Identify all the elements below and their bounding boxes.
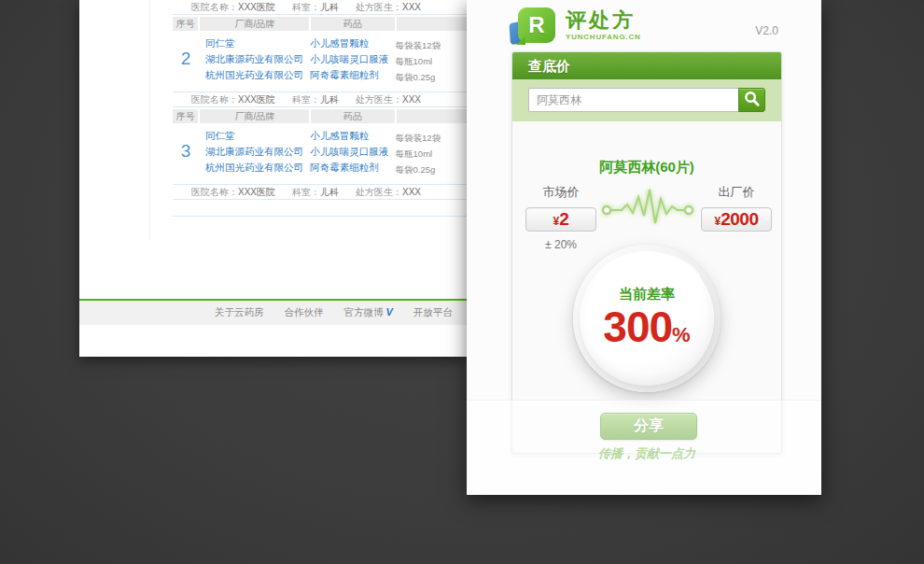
market-price-group: 市场价 ¥2 ± 20%: [525, 184, 596, 251]
hospital-label: 医院名称：: [191, 94, 238, 105]
doctor-value: XXX: [402, 94, 421, 105]
search-icon: [743, 90, 761, 110]
brand-link[interactable]: 湖北康源药业有限公司: [205, 144, 310, 160]
table-header-row: 序号 厂商/品牌 药品: [173, 109, 467, 123]
doctor-value: XXX: [402, 2, 421, 12]
gauge-label: 当前差率: [573, 286, 721, 303]
hospital-label: 医院名称：: [191, 2, 238, 12]
brand-link[interactable]: 同仁堂: [205, 35, 310, 51]
hospital-info-row: 医院名称：XXX医院 科室：儿科 处方医生：XXX: [173, 185, 467, 200]
table-row: 2 同仁堂 湖北康源药业有限公司 杭州国光药业有限公司 小儿感冒颗粒 小儿咳喘灵…: [173, 31, 467, 92]
dept-value: 儿科: [320, 94, 339, 105]
hospital-info-row: 医院名称：XXX医院 科室：儿科 处方医生：XXX: [173, 92, 467, 107]
dept-label: 科室：: [292, 2, 320, 12]
hospital-label: 医院名称：: [191, 187, 238, 197]
doctor-value: XXX: [402, 187, 421, 197]
col-header-no: 序号: [173, 109, 198, 123]
spec-text: 每袋0.25g: [396, 162, 467, 177]
hospital-value: XXX医院: [238, 2, 275, 12]
logo-speech-bubble: R: [518, 7, 555, 43]
dept-label: 科室：: [292, 94, 320, 105]
market-price-value: ¥2: [525, 207, 596, 232]
price-check-card: 查底价 阿莫西林(60片) 市场价 ¥2 ± 20%: [511, 51, 782, 454]
spec-text: 每袋0.25g: [396, 69, 467, 85]
col-header-spec: [397, 109, 467, 123]
tolerance-label: ± 20%: [525, 238, 596, 251]
footer-link-partners[interactable]: 合作伙伴: [285, 306, 324, 319]
dept-value: 儿科: [320, 187, 339, 197]
brand-logo-icon: R: [510, 7, 558, 48]
doctor-label: 处方医生：: [356, 94, 402, 105]
drug-link[interactable]: 阿奇霉素细粒剂: [310, 67, 395, 83]
difference-gauge: 当前差率 300 %: [573, 245, 721, 392]
footer-link-weibo[interactable]: 官方微博V: [344, 306, 393, 319]
market-price-label: 市场价: [525, 184, 596, 201]
footer-link-about[interactable]: 关于云药房: [215, 306, 264, 319]
search-input[interactable]: [528, 88, 738, 112]
footer-link-weibo-label: 官方微博: [344, 306, 384, 317]
logo-letter: R: [528, 12, 544, 38]
factory-price-value: ¥2000: [701, 207, 772, 232]
col-header-brand: 厂商/品牌: [200, 17, 309, 31]
card-header: 查底价: [512, 52, 781, 79]
version-label: V2.0: [755, 24, 778, 37]
gauge-number: 300: [603, 303, 672, 351]
hospital-value: XXX医院: [238, 187, 275, 197]
spec-text: 每袋装12袋: [396, 130, 467, 146]
brand-link[interactable]: 湖北康源药业有限公司: [205, 51, 310, 67]
content-divider: [149, 0, 150, 241]
table-row: 3 同仁堂 湖北康源药业有限公司 杭州国光药业有限公司 小儿感冒颗粒 小儿咳喘灵…: [173, 123, 467, 185]
factory-price-label: 出厂价: [701, 184, 772, 201]
spec-text: 每袋装12袋: [396, 37, 467, 53]
share-button[interactable]: 分享: [600, 413, 697, 440]
market-price-number: 2: [559, 209, 568, 229]
spec-text: 每瓶10ml: [396, 146, 467, 162]
weibo-icon: V: [386, 306, 393, 317]
gauge-value: 300 %: [573, 303, 721, 351]
brand-link[interactable]: 杭州国光药业有限公司: [205, 67, 310, 83]
drug-title: 阿莫西林(60片): [512, 159, 781, 176]
heartbeat-line-icon: [599, 185, 696, 232]
drug-link[interactable]: 小儿感冒颗粒: [310, 128, 395, 144]
footer-links-bar: 关于云药房 合作伙伴 官方微博V 开放平台 免费合作: [79, 301, 467, 325]
col-header-brand: 厂商/品牌: [200, 109, 309, 123]
col-header-no: 序号: [173, 17, 198, 31]
background-webpage: 医院名称：XXX医院 科室：儿科 处方医生：XXX 序号 厂商/品牌 药品 2 …: [79, 0, 467, 357]
doctor-label: 处方医生：: [356, 2, 402, 12]
share-tagline: 传播，贡献一点力: [512, 445, 781, 462]
col-header-spec: [397, 17, 467, 31]
drug-link[interactable]: 小儿咳喘灵口服液: [310, 51, 395, 67]
brand-link[interactable]: 杭州国光药业有限公司: [205, 160, 310, 176]
brand-name: 评处方: [566, 9, 706, 32]
gauge-unit: %: [672, 323, 691, 347]
col-header-drug: 药品: [311, 17, 395, 31]
app-presentation-sheet: R 评处方 YUNCHUFANG.CN V2.0 查底价 阿莫西林(60片): [467, 0, 821, 495]
search-button[interactable]: [738, 88, 765, 112]
drug-link[interactable]: 小儿咳喘灵口服液: [310, 144, 395, 160]
drug-link[interactable]: 阿奇霉素细粒剂: [310, 160, 395, 176]
spec-text: 每瓶10ml: [396, 53, 467, 69]
doctor-label: 处方医生：: [356, 187, 402, 197]
row-number: 2: [173, 35, 199, 85]
table-spacer-row: [173, 200, 467, 217]
prescription-table: 医院名称：XXX医院 科室：儿科 处方医生：XXX 序号 厂商/品牌 药品 2 …: [173, 0, 467, 217]
hospital-info-row: 医院名称：XXX医院 科室：儿科 处方医生：XXX: [173, 0, 467, 15]
dept-value: 儿科: [320, 2, 339, 12]
dept-label: 科室：: [292, 187, 320, 197]
page-footer: 关于云药房 合作伙伴 官方微博V 开放平台 免费合作: [79, 299, 467, 325]
table-header-row: 序号 厂商/品牌 药品: [173, 17, 467, 31]
factory-price-number: 2000: [721, 209, 758, 229]
factory-price-group: 出厂价 ¥2000: [701, 184, 772, 232]
hospital-value: XXX医院: [238, 94, 275, 105]
drug-link[interactable]: 小儿感冒颗粒: [310, 35, 395, 51]
footer-link-open-platform[interactable]: 开放平台: [413, 306, 453, 319]
brand-link[interactable]: 同仁堂: [205, 128, 310, 144]
row-number: 3: [173, 128, 199, 177]
col-header-drug: 药品: [311, 109, 395, 123]
brand-domain: YUNCHUFANG.CN: [566, 33, 706, 41]
search-bar: [512, 79, 781, 121]
